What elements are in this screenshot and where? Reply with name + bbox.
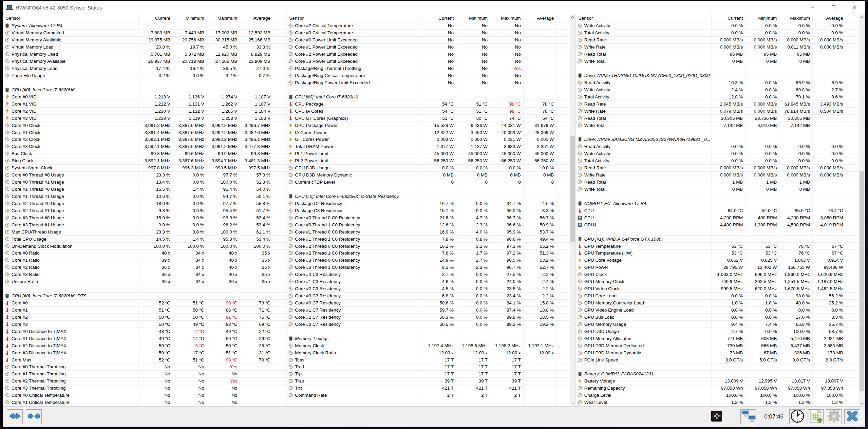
scroll-down-icon[interactable]: [859, 400, 865, 406]
sensor-group-row[interactable]: System: Alienware 17 R4: [3, 22, 286, 30]
sensor-row[interactable]: Core #2 Thread 0 C0 Residency16.2 %3.1 %…: [286, 243, 569, 250]
sensor-row[interactable]: Core #1 VID1.212 V1.131 V1.262 V1.187 V: [3, 100, 286, 108]
sensor-row[interactable]: Core #2 Thread #0 Usage18.0 %0.0 %97.7 %…: [3, 200, 286, 207]
sensor-row[interactable]: Core #3 Power Limit ExceededNoNoNo: [286, 58, 569, 65]
sensor-row[interactable]: Read Activity0.0 %0.0 %0.0 %0.0 %: [576, 143, 859, 150]
sensor-row[interactable]: Core #1 Power Limit ExceededNoNoNo: [286, 44, 569, 51]
sensor-row[interactable]: GPU Bus Load0.0 %0.0 %17.0 %3.3 %: [576, 314, 859, 321]
sensor-group-row[interactable]: Drive: NVMe THNSN51T02DUK NV (CE50_1300_…: [576, 72, 859, 79]
sensor-group-row[interactable]: Battery: COMPAL PABAS0241231: [576, 371, 859, 378]
sensor-row[interactable]: Core #0 C7 Residency50.6 %0.0 %84.1 %15.…: [286, 300, 569, 307]
close-button[interactable]: [844, 409, 860, 424]
sensor-row[interactable]: Core #1 Critical TemperatureNoNoNo: [3, 399, 286, 406]
sensor-row[interactable]: GPU Video Clock999.5 MHz620.0 MHz1,670.5…: [576, 285, 859, 293]
sensor-row[interactable]: Ring Clock3,592.1 MHz3,387.6 MHz3,594.7 …: [3, 157, 286, 165]
sensor-row[interactable]: Core #3 Clock3,592.1 MHz3,387.6 MHz3,991…: [3, 143, 286, 150]
sensor-row[interactable]: Core #2 Distance to TjMAX50 °C9 °C50 °C2…: [3, 342, 286, 349]
sensor-row[interactable]: Tras39 T39 T39 T: [286, 378, 569, 385]
sensor-row[interactable]: Core #3 C7 Residency60.5 %0.0 %89.3 %19.…: [286, 321, 569, 328]
sensor-row[interactable]: Core #1 Thermal ThrottlingNoNoNo: [3, 371, 286, 378]
sensor-row[interactable]: Core #1 C3 Residency4.6 %0.0 %24.0 %2.4 …: [286, 278, 569, 285]
scrollbar-right[interactable]: [859, 14, 865, 406]
sensor-row[interactable]: GPU D3D Usage2.7 %0.0 %100.0 %58.7 %: [576, 328, 859, 335]
sensor-row[interactable]: GPU Memory Allocated771 MB608 MB5,470 MB…: [576, 335, 859, 342]
sensor-row[interactable]: System Agent Clock997.8 MHz996.3 MHz998.…: [3, 165, 286, 172]
sensor-row[interactable]: Write Rate0.000 MB/s0.000 MB/s0.011 MB/s…: [576, 44, 859, 51]
sensor-row[interactable]: Core #0 Clock3,991.2 MHz3,387.6 MHz3,992…: [3, 122, 286, 129]
fan-control-button[interactable]: [711, 411, 722, 423]
sensor-row[interactable]: Core #0 Distance to TjMAX48 °C2 °C49 °C2…: [3, 328, 286, 335]
sensor-row[interactable]: Core #0 Thread #0 Usage23.3 %0.0 %97.7 %…: [3, 172, 286, 179]
sensor-row[interactable]: Virtual Memory Available29,875 MB20,756 …: [3, 37, 286, 44]
sensor-row[interactable]: Memory Clock1,197.4 MHz1,195.6 MHz1,198.…: [286, 342, 569, 349]
sensor-row[interactable]: CPU IA Cores54 °C51 °C98 °C78 °C: [286, 108, 569, 115]
scroll-up-icon[interactable]: [859, 14, 865, 20]
sensor-group-row[interactable]: Drive: NVMe SAMSUNG MZVLV256 (S27WNX0H71…: [576, 136, 859, 143]
sensor-row[interactable]: Read Total1 MB1 MB1 MB: [576, 179, 859, 186]
sensor-row[interactable]: Core #3 Thermal ThrottlingNoNoNo: [3, 385, 286, 392]
sensor-row[interactable]: PCIe Link Speed8.0 GT/s5.0 GT/s8.0 GT/s8…: [576, 356, 859, 363]
sensor-group-row[interactable]: CPU [#0]: Intel Core i7-6820HK: C-State …: [286, 193, 569, 200]
sensor-row[interactable]: CPU Package54 °C51 °C98 °C78 °C: [286, 100, 569, 108]
scroll-down-icon[interactable]: [570, 400, 575, 406]
sensor-row[interactable]: Trfc421 T421 T421 T: [286, 385, 569, 392]
sensor-row[interactable]: On-Demand Clock Modulation100.0 %100.0 %…: [3, 243, 286, 250]
sensor-row[interactable]: Core #2 Clock3,592.1 MHz3,387.6 MHz3,992…: [3, 136, 286, 143]
minimize-button[interactable]: [802, 1, 823, 14]
sensor-row[interactable]: GPU D3D Memory Dynamic0 MB0 MB0 MB0 MB: [286, 172, 569, 179]
sensor-row[interactable]: Battery Voltage13.009 V12.995 V13.017 V1…: [576, 378, 859, 385]
sensor-row[interactable]: PL2 Power Limit56.250 W56.250 W56.250 W5…: [286, 157, 569, 165]
sensor-row[interactable]: Write Total7,142 MB6,916 MB7,142 MB: [576, 122, 859, 129]
sensor-row[interactable]: Remaining Capacity97.858 Wh97.858 Wh97.8…: [576, 385, 859, 392]
sensor-row[interactable]: Virtual Memory Commited7,883 MB7,443 MB1…: [3, 30, 286, 37]
app-icon[interactable]: [6, 4, 13, 11]
sensor-group-row[interactable]: CPU [#0]: Intel Core i7-6820HK: [3, 86, 286, 93]
sensor-row[interactable]: Package C3 Residency15.1 %0.0 %36.0 %3.3…: [286, 207, 569, 214]
sensor-row[interactable]: Core #0 VID1.213 V1.136 V1.274 V1.187 V: [3, 93, 286, 100]
sensor-row[interactable]: Core #2 C7 Residency56.3 %0.0 %89.8 %18.…: [286, 314, 569, 321]
sensor-row[interactable]: Physical Memory Available26,937 MB20,718…: [3, 58, 286, 65]
sensor-group-row[interactable]: COMPAL EC: Alienware 17 R4: [576, 200, 859, 207]
sensor-row[interactable]: Core #1 C7 Residency59.7 %0.0 %87.4 %18.…: [286, 307, 569, 314]
scrollbar-thumb[interactable]: [860, 171, 864, 391]
sensor-row[interactable]: Total Activity0.0 %0.0 %0.0 %0.0 %: [576, 30, 859, 37]
scrollbar-middle[interactable]: [570, 14, 576, 406]
sensor-row[interactable]: Core #1 Thread 1 C0 Residency7.8 %0.8 %9…: [286, 236, 569, 243]
maximize-button[interactable]: [823, 1, 844, 14]
sensor-row[interactable]: CPU GT Cores (Graphics)51 °C50 °C74 °C64…: [286, 115, 569, 122]
collapse-columns-button[interactable]: [26, 409, 42, 424]
sensor-row[interactable]: Core #2 C3 Residency4.5 %0.0 %23.5 %2.2 …: [286, 285, 569, 293]
sensor-row[interactable]: GPU Memory Controller Load1.0 %1.0 %48.0…: [576, 300, 859, 307]
sensor-row[interactable]: Core #0 Thread #1 Usage13.4 %0.0 %100.0 …: [3, 179, 286, 186]
sensor-row[interactable]: Write Total0 MB0 MB0 MB: [576, 186, 859, 193]
sensor-row[interactable]: Core #2 Thread 1 C0 Residency7.6 %1.7 %9…: [286, 250, 569, 257]
sensor-row[interactable]: Read Rate0.000 MB/s0.000 MB/s0.000 MB/s0…: [576, 165, 859, 172]
sensor-row[interactable]: Total CPU Usage14.5 %1.4 %95.3 %53.4 %: [3, 236, 286, 243]
sensor-row[interactable]: Core #3 Thread #1 Usage9.0 %0.0 %96.2 %5…: [3, 221, 286, 228]
sensor-row[interactable]: Core #3 VID1.238 V1.119 V1.258 V1.183 V: [3, 115, 286, 122]
sensor-group-row[interactable]: CPU [#0]: Intel Core i7-6820HK: [286, 93, 569, 100]
sensor-row[interactable]: Core #250 °C50 °C91 °C75 °C: [3, 314, 286, 321]
sensor-row[interactable]: Page File Usage3.2 %0.0 %3.2 %0.7 %: [3, 72, 286, 79]
sensor-row[interactable]: Core #0 Thread 1 C0 Residency12.6 %2.3 %…: [286, 221, 569, 228]
sensor-row[interactable]: Core #3 Critical TemperatureNoNoNo: [286, 30, 569, 37]
close-button[interactable]: [844, 1, 865, 14]
sensor-row[interactable]: IA Cores Power12.322 W3.460 W40.003 W28.…: [286, 129, 569, 136]
sensor-row[interactable]: Write Activity2.4 %0.0 %69.8 %2.7 %: [576, 86, 859, 93]
sensor-row[interactable]: Core #3 Thread 1 C0 Residency8.1 %2.3 %9…: [286, 264, 569, 271]
sensor-row[interactable]: Core Max52 °C51 °C98 °C79 °C: [3, 356, 286, 363]
sensor-row[interactable]: Charge Level100.0 %100.0 %100.0 %100.0 %: [576, 392, 859, 399]
sensor-row[interactable]: Read Rate2.045 MB/s0.000 MB/s61.945 MB/s…: [576, 100, 859, 108]
sensor-row[interactable]: Core #0 Thread 0 C0 Residency21.6 %4.7 %…: [286, 214, 569, 221]
sensor-row[interactable]: Core #3 Distance to TjMAX50 °C17 °C51 °C…: [3, 349, 286, 356]
sensor-row[interactable]: Wear Level1.2 %1.2 %1.2 %1.2 %: [576, 399, 859, 406]
sensor-row[interactable]: Core #0 Critical TemperatureNoNoNo: [3, 392, 286, 399]
scrollbar-thumb[interactable]: [570, 136, 575, 242]
sensor-row[interactable]: Write Rate0.000 MB/s0.000 MB/s0.000 MB/s…: [576, 172, 859, 179]
sensor-row[interactable]: Core #052 °C51 °C98 °C78 °C: [3, 300, 286, 307]
sensor-row[interactable]: GPU Clock1,063.0 MHz696.0 MHz1,860.0 MHz…: [576, 271, 859, 278]
sensor-row[interactable]: GT Cores Power0.003 W0.000 W0.031 W0.001…: [286, 136, 569, 143]
sensor-row[interactable]: Core #3 Ratio36 x34 x40 x35 x: [3, 271, 286, 278]
sensor-row[interactable]: Core #1 Clock3,891.4 MHz3,387.6 MHz3,992…: [3, 129, 286, 136]
sensor-row[interactable]: Core #3 C3 Residency6.8 %0.0 %23.4 %2.2 …: [286, 293, 569, 300]
